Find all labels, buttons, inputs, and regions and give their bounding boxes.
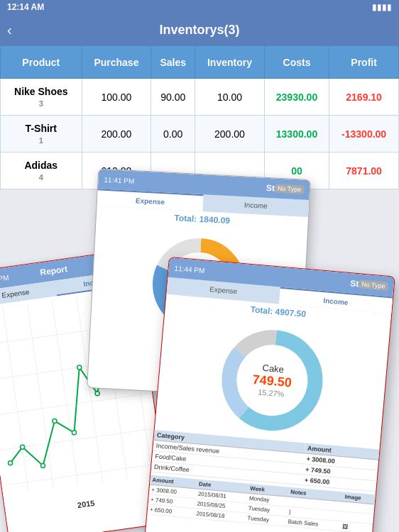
svg-point-16 — [77, 365, 82, 370]
transaction-table: Amount Date Week Notes Image + 3008.00 2… — [147, 475, 376, 532]
income-card-time: 11:44 PM — [174, 264, 205, 275]
income-center-value: 749.50 — [252, 372, 293, 391]
cell-purchase: 200.00 — [82, 116, 151, 153]
trans-image — [341, 511, 374, 524]
svg-point-24 — [158, 243, 240, 326]
trans-date: 2015/08/18 — [194, 509, 246, 523]
report-tabs: Expense Income — [0, 270, 137, 308]
svg-point-18 — [103, 347, 108, 352]
income-no-type: No Type — [359, 279, 388, 291]
trans-date: 2015/08/31 — [195, 489, 247, 503]
trans-col-week: Week — [248, 484, 289, 497]
cell-product: Adidas4 — [1, 153, 82, 189]
svg-point-12 — [20, 445, 25, 450]
trans-notes: ) — [286, 506, 341, 521]
cell-inventory — [195, 153, 265, 189]
svg-line-2 — [0, 394, 148, 415]
trans-col-date: Date — [196, 479, 248, 493]
svg-line-8 — [77, 297, 103, 482]
trans-amount: + 650.00 — [147, 504, 195, 519]
svg-point-19 — [121, 373, 126, 378]
battery-icon: ▮▮▮▮ — [372, 2, 392, 12]
table-row[interactable]: Nike Shoes3 100.00 90.00 10.00 23930.00 … — [1, 79, 399, 116]
cell-profit: 7871.00 — [329, 153, 399, 189]
expense-total: Total: 1840.09 — [96, 206, 308, 231]
cat-row: Food/Cake + 749.50 — [152, 450, 378, 481]
cell-costs: 13300.00 — [264, 116, 329, 153]
tab-expense[interactable]: Expense — [0, 281, 57, 308]
svg-line-10 — [126, 289, 152, 475]
svg-point-28 — [226, 334, 318, 426]
card-report[interactable]: 11:41 PM Report No Type Expense Income — [0, 249, 171, 532]
trans-image — [341, 501, 375, 514]
col-header-sales: Sales — [151, 46, 195, 79]
trans-notes: Batch Sales — [285, 516, 341, 531]
table-row[interactable]: Adidas4 210.00 00 7871.00 — [1, 153, 399, 189]
svg-point-25 — [165, 251, 233, 318]
line-chart-area: 2015 — [0, 285, 168, 526]
report-title: Report — [40, 264, 68, 277]
trans-notes — [287, 497, 342, 511]
expense-center-pct: 31.52% — [178, 292, 218, 303]
svg-line-6 — [27, 303, 53, 489]
cat-row: Drink/Coffee + 650.00 — [151, 461, 376, 492]
cell-product: Nike Shoes3 — [1, 79, 82, 116]
cell-profit: 2169.10 — [329, 79, 399, 116]
trans-amount: + 749.50 — [148, 494, 195, 509]
svg-point-29 — [234, 342, 310, 419]
expense-center-value: 580.00 — [179, 277, 219, 294]
income-total: Total: 4907.50 — [165, 294, 392, 328]
trans-week: Tuesday — [246, 503, 287, 516]
svg-line-7 — [52, 299, 78, 485]
cell-profit: -13300.00 — [329, 116, 399, 153]
chart-year: 2015 — [77, 499, 95, 509]
expense-tab-income-card[interactable]: Expense — [166, 277, 280, 304]
income-card-title: Statistics — [350, 278, 388, 292]
expense-tab[interactable]: Expense — [97, 189, 204, 211]
trans-col-amount: Amount — [150, 475, 197, 489]
svg-point-21 — [158, 243, 240, 326]
svg-point-23 — [158, 243, 240, 326]
col-header-costs: Costs — [264, 46, 329, 79]
cell-inventory: 10.00 — [195, 79, 265, 116]
col-header-purchase: Purchase — [82, 46, 151, 79]
svg-point-11 — [8, 460, 13, 465]
back-button[interactable]: ‹ — [7, 22, 12, 38]
expense-stats-tabs: Expense Income — [97, 189, 310, 217]
expense-donut-svg — [143, 228, 255, 340]
cat-amount: + 3008.00 — [303, 453, 378, 470]
cat-col-amount: Amount — [304, 443, 379, 460]
col-header-product: Product — [1, 46, 82, 79]
table-row[interactable]: T-Shirt1 200.00 0.00 200.00 13300.00 -13… — [1, 116, 399, 153]
trans-week: Tuesday — [245, 513, 286, 526]
expense-donut-container: Rent 580.00 31.52% — [90, 220, 307, 345]
trans-row: + 3008.00 2015/08/31 Monday — [149, 484, 375, 514]
svg-point-27 — [226, 334, 318, 426]
tab-income[interactable]: Income — [55, 270, 137, 297]
card-stats-income[interactable]: 11:44 PM Statistics No Type Expense Inco… — [144, 257, 395, 532]
expense-center-name: Rent — [180, 267, 219, 279]
nav-bar: ‹ Inventorys(3) — [0, 14, 399, 45]
svg-line-4 — [6, 464, 158, 485]
svg-point-26 — [226, 334, 318, 426]
card-stats-expense[interactable]: 11:41 PM Statistics No Type Expense Inco… — [87, 168, 311, 399]
trans-col-image: Image — [342, 492, 376, 504]
income-donut-container: Cake 749.50 15.27% — [155, 309, 390, 450]
cat-amount: + 749.50 — [302, 464, 378, 481]
trans-date: 2015/08/25 — [195, 499, 246, 513]
trans-row: + 650.00 2015/08/18 Tuesday Batch Sales … — [147, 504, 373, 532]
svg-line-5 — [3, 306, 29, 492]
col-header-profit: Profit — [329, 46, 399, 79]
cell-sales: 90.00 — [151, 79, 195, 116]
expense-donut-label: Rent 580.00 31.52% — [178, 267, 219, 303]
svg-point-22 — [158, 243, 240, 326]
page-title: Inventorys(3) — [159, 23, 239, 38]
line-chart-svg — [0, 288, 162, 506]
svg-line-0 — [0, 323, 138, 345]
income-tab[interactable]: Income — [279, 287, 393, 314]
trans-amount: + 3008.00 — [149, 484, 197, 499]
income-tab-expense-card[interactable]: Income — [202, 194, 309, 217]
svg-point-15 — [72, 430, 77, 435]
income-donut-svg — [211, 318, 334, 441]
cell-sales: 0.00 — [151, 116, 195, 153]
